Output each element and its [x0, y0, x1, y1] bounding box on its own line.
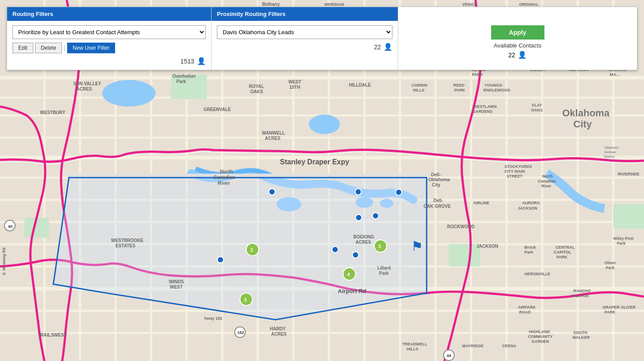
proximity-person-icon: 👤 — [384, 43, 392, 51]
svg-text:PARK: PARK — [454, 88, 465, 92]
available-contacts-count: 22 👤 — [508, 51, 527, 59]
svg-text:WINDS: WINDS — [169, 279, 184, 284]
svg-text:SOUTH: SOUTH — [573, 330, 588, 335]
svg-text:CEENA: CEENA — [502, 344, 516, 348]
svg-text:WALKER: WALKER — [572, 335, 590, 340]
svg-text:Oklahoma: Oklahoma — [562, 107, 610, 119]
proximity-filter-select[interactable]: Davis Oklahoma City LeadsAll LeadsLocal … — [217, 25, 392, 39]
svg-text:ACRES: ACRES — [356, 240, 371, 245]
svg-text:JACKSON: JACKSON — [518, 206, 537, 210]
svg-text:Canadian: Canadian — [538, 179, 556, 183]
svg-text:AURORA: AURORA — [522, 201, 540, 205]
edit-button[interactable]: Edit — [12, 43, 33, 53]
svg-text:S. Mustang Rd: S. Mustang Rd — [2, 248, 6, 276]
routing-filters-title: Routing Filters — [12, 11, 53, 17]
svg-text:RANCHO: RANCHO — [573, 289, 591, 293]
svg-text:Oklahoma: Oklahoma — [428, 177, 450, 182]
svg-point-155 — [269, 189, 275, 195]
svg-text:Park: Park — [379, 271, 389, 276]
svg-rect-34 — [449, 244, 480, 266]
svg-point-162 — [217, 257, 224, 263]
new-user-filter-button[interactable]: New User Filter — [67, 43, 116, 53]
svg-text:AIRPARK: AIRPARK — [518, 305, 536, 309]
svg-text:ACRES: ACRES — [265, 136, 280, 141]
svg-text:VILLAGE: VILLAGE — [572, 294, 589, 298]
svg-text:CITY MAIN: CITY MAIN — [504, 169, 525, 174]
svg-text:Dell-: Dell- — [431, 172, 441, 177]
svg-text:40: 40 — [8, 224, 12, 229]
svg-text:Oklahom: Oklahom — [604, 146, 619, 150]
svg-text:REED: REED — [453, 83, 465, 87]
svg-text:⚑: ⚑ — [411, 239, 423, 254]
svg-text:HERONVILLE: HERONVILLE — [524, 272, 550, 276]
svg-text:CENTRAL: CENTRAL — [556, 245, 575, 250]
svg-text:North: North — [220, 169, 233, 174]
svg-text:ACRES: ACRES — [271, 332, 287, 337]
available-contacts-icon: 👤 — [518, 51, 527, 59]
svg-text:River: River — [218, 180, 230, 186]
svg-text:4: 4 — [347, 272, 350, 277]
svg-text:COMMUNITY: COMMUNITY — [528, 334, 553, 339]
svg-text:YOUNGS-: YOUNGS- — [484, 83, 503, 87]
top-panel: Routing Filters Prioritize by Least to G… — [7, 7, 637, 70]
svg-point-159 — [372, 213, 379, 219]
available-contacts-value: 22 — [508, 52, 516, 59]
svg-text:VENICE: VENICE — [462, 2, 477, 7]
svg-point-41 — [102, 80, 156, 107]
svg-point-161 — [352, 252, 359, 258]
svg-text:HILLDALE: HILLDALE — [349, 83, 371, 87]
routing-person-icon: 👤 — [197, 57, 206, 65]
svg-text:WESTBROOKE: WESTBROOKE — [111, 238, 144, 243]
svg-text:AIRLINE: AIRLINE — [473, 201, 489, 205]
svg-text:ORIGINAL: ORIGINAL — [519, 2, 539, 7]
svg-text:hway 152: hway 152 — [204, 316, 222, 321]
svg-point-156 — [355, 189, 361, 195]
svg-text:Park: Park — [617, 241, 626, 246]
svg-text:City: City — [573, 119, 592, 130]
svg-text:OAK GROVE: OAK GROVE — [424, 204, 451, 209]
routing-filters-header: Routing Filters — [7, 7, 211, 21]
svg-text:MANWELL: MANWELL — [262, 131, 285, 135]
svg-text:152: 152 — [237, 330, 244, 335]
svg-text:Oliver: Oliver — [604, 261, 616, 265]
svg-point-160 — [332, 246, 338, 253]
svg-text:Overholser: Overholser — [172, 74, 196, 79]
svg-text:OAKS: OAKS — [250, 89, 263, 94]
apply-section-body: Apply Available Contacts 22 👤 — [398, 21, 637, 63]
svg-text:ESTATES: ESTATES — [116, 243, 136, 248]
svg-text:GARDENS: GARDENS — [472, 109, 492, 114]
routing-filter-select[interactable]: Prioritize by Least to Greatest Contact … — [12, 25, 206, 39]
svg-text:ACRES: ACRES — [76, 87, 92, 91]
svg-text:Park: Park — [176, 79, 186, 84]
svg-text:OAKS: OAKS — [531, 108, 543, 112]
apply-section: Apply Available Contacts 22 👤 — [398, 7, 637, 70]
svg-text:STREET: STREET — [507, 174, 523, 179]
svg-text:Lillard: Lillard — [377, 266, 391, 270]
svg-rect-35 — [613, 204, 644, 229]
svg-text:Station: Station — [604, 155, 615, 159]
svg-text:City: City — [432, 182, 440, 187]
svg-text:Canadian: Canadian — [213, 175, 236, 180]
svg-text:HILLS: HILLS — [407, 347, 418, 351]
delete-button[interactable]: Delete — [35, 43, 62, 53]
svg-text:44: 44 — [447, 353, 451, 358]
apply-button[interactable]: Apply — [491, 25, 544, 40]
svg-text:PARK: PARK — [472, 72, 483, 77]
svg-text:Bethany: Bethany — [262, 2, 280, 7]
svg-text:ENGLEWOOD: ENGLEWOOD — [484, 88, 510, 92]
available-contacts-label: Available Contacts — [494, 42, 541, 49]
svg-text:JACKSON: JACKSON — [476, 244, 498, 249]
proximity-filters-header: Proximity Routing Filters — [212, 7, 398, 21]
svg-text:CAPITOL: CAPITOL — [554, 250, 572, 254]
svg-text:3: 3 — [378, 244, 381, 249]
svg-text:ROCKWOOD: ROCKWOOD — [447, 224, 475, 229]
svg-text:Wiley Post: Wiley Post — [613, 236, 633, 241]
svg-text:HIGHLAND: HIGHLAND — [529, 329, 550, 334]
svg-text:Park: Park — [606, 266, 615, 270]
svg-text:MERIDIAN: MERIDIAN — [324, 2, 344, 7]
proximity-contact-count: 22 👤 — [217, 43, 392, 51]
svg-text:STOCKYARDS: STOCKYARDS — [504, 164, 532, 169]
proximity-count-value: 22 — [374, 44, 381, 51]
svg-text:River: River — [541, 184, 552, 188]
svg-point-37 — [309, 115, 340, 134]
